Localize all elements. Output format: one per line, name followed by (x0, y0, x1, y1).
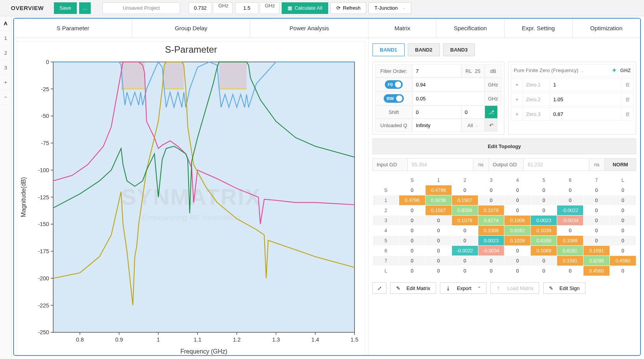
tab-s-parameter[interactable]: S Parameter (14, 19, 132, 38)
matrix-col-7: 7 (583, 175, 610, 185)
svg-text:1.1: 1.1 (194, 337, 201, 343)
rail-item-2[interactable]: 2 (0, 46, 11, 60)
edit-topology-button[interactable]: Edit Topology (372, 138, 636, 154)
calculate-all-button[interactable]: ▦ Calculate All (282, 2, 328, 14)
tab-group-delay[interactable]: Group Delay (132, 19, 251, 38)
undo-button[interactable]: ↶ (485, 119, 498, 132)
matrix-cell: 0 (531, 185, 557, 195)
export-button[interactable]: ⭳ Export ⌃ (440, 282, 486, 294)
svg-rect-4 (121, 62, 145, 89)
zero-add-icon[interactable]: + (511, 93, 523, 105)
refresh-button[interactable]: ⟳ Refresh (331, 2, 367, 14)
edit-sign-button[interactable]: ✎ Edit Sign (543, 282, 585, 294)
freq-low-input[interactable] (189, 2, 212, 14)
matrix-actions: ⤢ ✎ Edit Matrix ⭳ Export ⌃ ⭱ Load Matrix… (372, 280, 636, 294)
matrix-cell: 0.8274 (478, 216, 504, 226)
f0-input[interactable] (416, 82, 481, 88)
matrix-cell: 0 (425, 236, 452, 246)
f0-toggle[interactable]: F0 (375, 78, 412, 91)
matrix-cell: 0 (583, 226, 610, 236)
tab-optimization[interactable]: Optimization (573, 19, 640, 38)
tab-matrix[interactable]: Matrix (369, 19, 436, 38)
zero-value-input[interactable] (553, 97, 618, 102)
shift-a-input[interactable] (416, 109, 458, 115)
svg-text:-100: -100 (38, 167, 49, 173)
download-icon: ⭳ (446, 285, 451, 291)
tab-specification[interactable]: Specification (436, 19, 504, 38)
unloaded-q-input[interactable] (416, 123, 458, 128)
zero-row-2: + Zero.2 🗑 (511, 93, 634, 106)
matrix-cell: 0 (504, 185, 531, 195)
shift-b-input[interactable] (465, 109, 484, 115)
tab-expr-setting[interactable]: Expr. Setting (505, 19, 573, 38)
project-name-input[interactable]: Unsaved Project (102, 2, 180, 14)
bw-input[interactable] (416, 96, 481, 102)
zero-value-input[interactable] (553, 82, 618, 88)
load-matrix-button[interactable]: ⭱ Load Matrix (490, 282, 540, 294)
pencil-icon: ✎ (396, 285, 400, 291)
matrix-row-1: 1 (373, 195, 399, 205)
matrix-cell: 0 (610, 195, 636, 205)
band-tab-band1[interactable]: BAND1 (372, 43, 405, 56)
rail-item-+[interactable]: + (0, 75, 11, 90)
tuning-icon: ⎇ (488, 109, 494, 115)
unloaded-q-select[interactable]: All⌄ (461, 119, 485, 132)
filter-order-input[interactable] (416, 68, 458, 74)
matrix-cell: -0.0034 (478, 246, 504, 256)
zero-value-input[interactable] (553, 111, 618, 117)
rail-item-3[interactable]: 3 (0, 60, 11, 75)
topology-select-value: T-Junction (374, 5, 398, 11)
band-tabs: BAND1BAND2BAND3 (372, 42, 636, 58)
save-menu-button[interactable]: … (79, 2, 91, 14)
zero-delete-icon[interactable]: 🗑 (621, 108, 633, 120)
matrix-cell: 0.1008 (504, 216, 531, 226)
shift-apply-button[interactable]: ⎇ (485, 105, 498, 119)
zero-label: Zero.3 (523, 108, 550, 120)
freq-high-unit: GHz (261, 2, 279, 14)
matrix-row-4: 4 (373, 226, 399, 236)
expand-button[interactable]: ⤢ (372, 282, 386, 294)
rail-item-a[interactable]: A (0, 16, 11, 31)
matrix-cell: 0 (399, 205, 425, 216)
norm-button[interactable]: NORM (605, 159, 636, 171)
band-tab-band3[interactable]: BAND3 (443, 43, 475, 56)
zero-delete-icon[interactable]: 🗑 (621, 78, 633, 91)
matrix-cell: 0 (583, 205, 610, 216)
matrix-cell: 0 (557, 226, 583, 236)
freq-high-input[interactable] (235, 2, 258, 14)
topology-select[interactable]: T-Junction ⌄ (369, 2, 411, 14)
matrix-cell: -0.0034 (557, 216, 583, 226)
save-button[interactable]: Save (54, 2, 77, 14)
matrix-cell: 0.0023 (478, 236, 504, 246)
matrix-cell: 0 (425, 226, 452, 236)
zero-delete-icon[interactable]: 🗑 (621, 93, 633, 105)
band-tab-band2[interactable]: BAND2 (408, 43, 440, 56)
matrix-cell: 0.1089 (557, 236, 583, 246)
matrix-cell: 0 (478, 195, 504, 205)
rail-item-1[interactable]: 1 (0, 31, 11, 46)
rl-label: RL 25 (461, 64, 485, 78)
bw-toggle[interactable]: BW (375, 91, 412, 105)
output-gd-value: 61.232 (524, 159, 589, 171)
matrix-cell: 0.4796 (425, 185, 452, 195)
rail-item-−[interactable]: − (0, 90, 11, 105)
matrix-cell: 0 (583, 216, 610, 226)
matrix-cell: 0 (399, 256, 425, 266)
edit-matrix-button[interactable]: ✎ Edit Matrix (390, 282, 436, 294)
undo-icon: ↶ (489, 123, 493, 128)
zero-add-icon[interactable]: + (511, 108, 523, 120)
zero-add-icon[interactable]: + (511, 78, 523, 91)
matrix-cell: 0 (531, 256, 557, 266)
matrix-cell: 0.1079 (452, 216, 478, 226)
matrix-cell: 0 (583, 236, 610, 246)
tab-power-analysis[interactable]: Power Analysis (250, 19, 368, 38)
zero-type-select[interactable]: Pure Finite Zero (Frequency)⌄ (514, 67, 610, 73)
matrix-cell: 0 (610, 236, 636, 246)
matrix-col-3: 3 (478, 175, 504, 185)
chevron-down-icon: ⌄ (402, 6, 405, 10)
refresh-icon: ⟳ (336, 5, 341, 11)
zero-label: Zero.2 (523, 93, 550, 105)
add-zero-button[interactable]: + (612, 66, 616, 74)
matrix-cell: 0.0023 (531, 216, 557, 226)
matrix-col-1: 1 (425, 175, 452, 185)
